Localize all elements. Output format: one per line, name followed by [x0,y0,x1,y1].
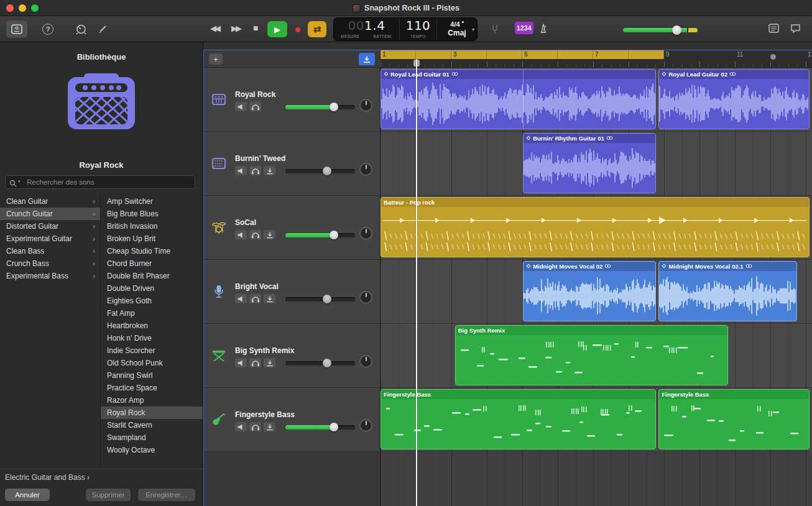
library-patch-panning-swirl[interactable]: Panning Swirl [101,369,203,382]
library-category-experimental-guitar[interactable]: Experimental Guitar› [0,232,100,245]
region-midnight-moves-vocal-02-1-5[interactable]: Midnight Moves Vocal 02.1 [658,261,796,321]
library-patch-chord-burner[interactable]: Chord Burner [101,257,203,270]
download-button[interactable] [264,422,275,431]
region-fingerstyle-bass-7[interactable]: Fingerstyle Bass [381,389,656,449]
mute-button[interactable] [235,358,247,367]
headphones-button[interactable] [249,422,261,431]
cancel-button[interactable]: Annuler [5,489,50,501]
library-patch-woolly-octave[interactable]: Woolly Octave [101,444,203,456]
master-volume-slider[interactable] [623,28,698,32]
playhead[interactable] [416,59,417,506]
library-category-distorted-guitar[interactable]: Distorted Guitar› [0,220,100,232]
library-patch-old-school-punk[interactable]: Old School Punk [101,357,203,369]
master-volume-knob[interactable] [672,25,681,35]
library-footer-link[interactable]: Electric Guitar and Bass › [0,469,203,485]
rewind-button[interactable]: ◀◀ [210,24,219,33]
region-big-synth-remix-6[interactable]: Big Synth Remix [455,325,728,385]
lcd-key-section[interactable]: 4/4 Cmaj ▾ [437,18,477,40]
delete-button[interactable]: Supprimer [86,489,131,501]
library-patch-double-driven[interactable]: Double Driven [101,282,203,295]
region-fingerstyle-bass-8[interactable]: Fingerstyle Bass [658,389,809,449]
pan-knob[interactable] [359,419,372,432]
track-options-button[interactable] [359,53,375,65]
pan-knob[interactable] [359,355,372,368]
track-header-big-synth-remix[interactable]: Big Synth Remix [204,324,380,388]
library-category-crunch-bass[interactable]: Crunch Bass› [0,257,100,270]
mute-button[interactable] [235,230,247,239]
track-volume-knob[interactable] [330,423,338,431]
region-burnin-rhythm-guitar-01-2[interactable]: Burnin' Rhythm Guitar 01 [523,133,656,193]
pan-knob[interactable] [359,163,372,176]
save-button[interactable]: Enregistrer… [138,489,195,501]
cyc£le-button[interactable]: ⇄ [308,21,326,37]
record-button[interactable]: ● [290,21,305,37]
display-mode-button[interactable] [768,24,779,33]
pan-knob[interactable] [359,227,372,240]
download-button[interactable] [264,166,275,175]
smart-controls-button[interactable] [75,23,87,35]
library-patch-honk-n-drive[interactable]: Honk n' Drive [101,332,203,344]
track-volume-slider[interactable] [285,425,355,430]
play-button[interactable]: ▶ [267,21,287,37]
track-volume-knob[interactable] [330,103,338,111]
pan-knob[interactable] [359,291,372,304]
track-volume-knob[interactable] [323,167,331,175]
library-patch-heartbroken[interactable]: Heartbroken [101,320,203,332]
track-volume-slider[interactable] [285,233,355,237]
track-volume-slider[interactable] [285,169,355,173]
track-header-royal-rock[interactable]: Royal Rock [204,68,380,132]
lcd-display[interactable]: 001.4 MESUREBATTEM. 110 TEMPO 4/4 Cmaj ▾ [333,17,478,41]
search-input[interactable] [5,175,195,189]
track-header-socal[interactable]: SoCal [204,196,380,260]
cycle-region[interactable] [381,50,664,59]
library-patch-double-brit-phaser[interactable]: Double Brit Phaser [101,270,203,282]
track-header-bright-vocal[interactable]: Bright Vocal [204,260,380,324]
headphones-button[interactable] [249,358,261,367]
quick-help-button[interactable]: ? [42,24,53,35]
add-track-button[interactable]: + [209,53,223,65]
feedback-button[interactable] [790,24,801,34]
library-patch-starlit-cavern[interactable]: Starlit Cavern [101,419,203,431]
library-patch-swampland[interactable]: Swampland [101,431,203,444]
library-patch-indie-scorcher[interactable]: Indie Scorcher [101,344,203,357]
timeline[interactable]: 135791113 Royal Lead Guitar 01Royal Lead… [380,50,812,506]
search-scope-chevron-icon[interactable]: ▾ [18,179,21,184]
library-category-crunch-guitar[interactable]: Crunch Guitar› [0,208,100,220]
region-royal-lead-guitar-02-1[interactable]: Royal Lead Guitar 02 [658,69,809,129]
pan-knob[interactable] [359,99,372,112]
chevron-down-icon[interactable]: ▾ [472,27,474,32]
mute-button[interactable] [235,102,247,111]
mute-button[interactable] [235,166,247,175]
track-volume-knob[interactable] [330,231,338,239]
titlebar[interactable]: Snapshot Rock III - Pistes [0,0,812,16]
headphones-button[interactable] [249,294,261,303]
library-patch-cheap-studio-time[interactable]: Cheap Studio Time [101,245,203,257]
library-category-experimental-bass[interactable]: Experimental Bass› [0,270,100,282]
track-header-burnin-tweed[interactable]: Burnin' Tweed [204,132,380,196]
region-royal-lead-guitar-01-0[interactable]: Royal Lead Guitar 01 [381,69,656,129]
lcd-position-section[interactable]: 001.4 MESUREBATTEM. [334,18,400,40]
library-patch-fat-amp[interactable]: Fat Amp [101,307,203,320]
lcd-tempo-section[interactable]: 110 TEMPO [400,18,437,40]
mute-button[interactable] [235,294,247,303]
stop-button[interactable]: ■ [253,23,258,33]
count-in-button[interactable]: 1234 [515,22,533,34]
library-patch-eighties-goth[interactable]: Eighties Goth [101,295,203,307]
region-batteur-pop-rock-3[interactable]: Batteur - Pop rock [381,197,810,257]
library-patch-british-invasion[interactable]: British Invasion [101,220,203,232]
region-midnight-moves-vocal-02-4[interactable]: Midnight Moves Vocal 02 [523,261,656,321]
track-volume-knob[interactable] [323,359,331,367]
track-volume-slider[interactable] [285,297,355,301]
headphones-button[interactable] [249,102,261,111]
forward-button[interactable]: ▶▶ [231,24,240,33]
library-patch-broken-up-brit[interactable]: Broken Up Brit [101,232,203,245]
track-volume-slider[interactable] [285,361,355,366]
download-button[interactable] [264,230,275,239]
library-category-clean-guitar[interactable]: Clean Guitar› [0,195,100,208]
library-toggle-button[interactable] [6,21,27,38]
zoom-slider-knob[interactable] [770,54,776,60]
library-patch-practice-space[interactable]: Practice Space [101,382,203,394]
track-volume-slider[interactable] [285,105,355,109]
mute-button[interactable] [235,422,247,431]
track-volume-knob[interactable] [323,295,331,303]
